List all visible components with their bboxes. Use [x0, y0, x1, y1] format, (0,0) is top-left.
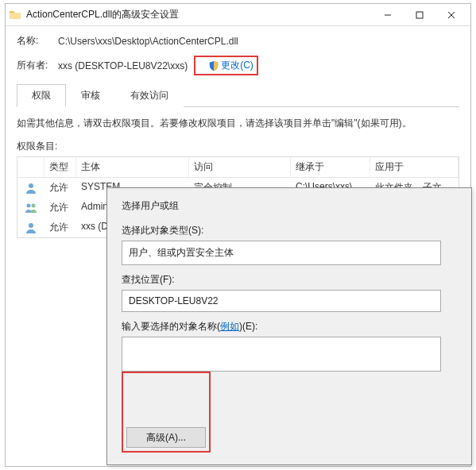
name-label: 名称:: [17, 34, 58, 48]
svg-point-1: [29, 183, 33, 188]
owner-label: 所有者:: [17, 59, 58, 72]
tab-permissions[interactable]: 权限: [17, 84, 66, 107]
change-owner-link[interactable]: 更改(C): [221, 59, 253, 72]
table-header: 类型 主体 访问 继承于 应用于: [17, 157, 459, 178]
location-field[interactable]: DESKTOP-LEU8V22: [122, 290, 441, 312]
cell-type: 允许: [45, 219, 76, 236]
advanced-button[interactable]: 高级(A)...: [126, 427, 206, 448]
select-user-dialog: 选择用户或组 选择此对象类型(S): 用户、组或内置安全主体 查找位置(F): …: [106, 187, 472, 465]
close-button[interactable]: [435, 6, 467, 25]
object-type-field[interactable]: 用户、组或内置安全主体: [122, 241, 441, 265]
svg-rect-0: [416, 12, 423, 18]
folder-icon: [9, 9, 21, 21]
shield-icon: [208, 60, 219, 71]
col-access[interactable]: 访问: [189, 157, 291, 177]
window-title: ActionCenterCPL.dll的高级安全设置: [26, 8, 372, 21]
svg-point-3: [32, 203, 36, 207]
col-applies[interactable]: 应用于: [370, 157, 459, 177]
enter-label-prefix: 输入要选择的对象名称(: [122, 320, 220, 333]
tab-audit[interactable]: 审核: [66, 84, 115, 107]
svg-point-4: [29, 223, 33, 228]
window-controls: [372, 6, 467, 25]
entries-label: 权限条目:: [17, 140, 459, 153]
dialog-content: 选择用户或组 选择此对象类型(S): 用户、组或内置安全主体 查找位置(F): …: [107, 188, 471, 464]
owner-row: 所有者: xxs (DESKTOP-LEU8V22\xxs) 更改(C): [17, 56, 459, 75]
object-name-input[interactable]: [122, 337, 441, 372]
change-owner-highlight: 更改(C): [194, 56, 258, 75]
col-inherit[interactable]: 继承于: [291, 157, 370, 177]
dialog-title: 选择用户或组: [122, 199, 457, 213]
advanced-highlight: 高级(A)...: [122, 372, 211, 453]
minimize-button[interactable]: [372, 6, 404, 25]
user-icon: [17, 199, 45, 216]
tab-effective[interactable]: 有效访问: [115, 84, 184, 107]
name-value: C:\Users\xxs\Desktop\ActionCenterCPL.dll: [58, 36, 238, 47]
user-icon: [17, 219, 45, 236]
location-label: 查找位置(F):: [122, 273, 457, 287]
cell-type: 允许: [45, 179, 76, 196]
owner-value: xxs (DESKTOP-LEU8V22\xxs): [58, 60, 188, 71]
help-text: 如需其他信息，请双击权限项目。若要修改权限项目，请选择该项目并单击"编辑"(如果…: [17, 117, 459, 130]
svg-point-2: [27, 203, 31, 207]
user-icon: [17, 179, 45, 196]
title-bar: ActionCenterCPL.dll的高级安全设置: [6, 4, 470, 26]
example-link[interactable]: 例如: [220, 321, 239, 332]
name-row: 名称: C:\Users\xxs\Desktop\ActionCenterCPL…: [17, 34, 459, 48]
col-principal[interactable]: 主体: [76, 157, 189, 177]
maximize-button[interactable]: [404, 6, 435, 25]
object-type-label: 选择此对象类型(S):: [122, 224, 457, 237]
cell-type: 允许: [45, 199, 76, 216]
tabs: 权限 审核 有效访问: [17, 83, 459, 107]
enter-name-label: 输入要选择的对象名称(例如)(E):: [122, 320, 457, 333]
col-icon[interactable]: [17, 157, 45, 177]
enter-label-suffix: )(E):: [239, 321, 257, 332]
col-type[interactable]: 类型: [45, 157, 76, 177]
